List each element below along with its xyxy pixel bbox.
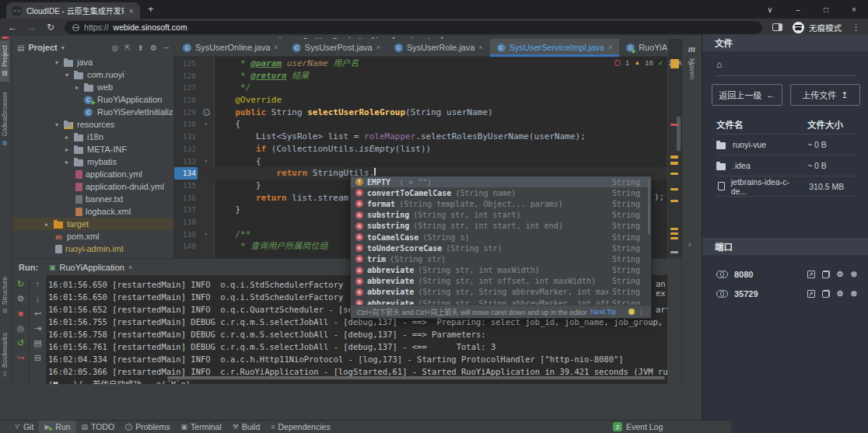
tree-arrow-icon[interactable]: ▾ <box>53 59 61 66</box>
statusbar-problems[interactable]: !Problems <box>120 421 175 433</box>
tool-stripe-project[interactable]: ▤Project <box>0 40 9 82</box>
statusbar-build[interactable]: ⚒Build <box>227 421 265 433</box>
thread-dump-icon[interactable]: ◎ <box>17 324 25 333</box>
tab-close-icon[interactable]: × <box>376 44 380 51</box>
override-gutter-icon[interactable]: ↑ <box>198 107 215 119</box>
tree-item-i18n[interactable]: ▸i18n <box>12 131 173 143</box>
tree-arrow-icon[interactable]: ▸ <box>43 221 51 228</box>
locate-icon[interactable]: ◎ <box>111 44 118 52</box>
forward-icon[interactable]: → <box>27 23 37 32</box>
popup-scrollbar[interactable] <box>648 179 650 235</box>
tree-item-com-ruoyi[interactable]: ▾com.ruoyi <box>12 68 173 81</box>
scroll-to-end-icon[interactable]: ⇥ <box>34 324 41 333</box>
clear-all-icon[interactable]: ⊟ <box>34 354 41 362</box>
tab-close-icon[interactable]: × <box>608 44 612 51</box>
project-dropdown-icon[interactable]: ▾ <box>61 44 65 51</box>
code-line[interactable]: 129↑ public String selectUserRoleGroup(S… <box>174 107 667 119</box>
browser-tab[interactable]: < > CloudIDE - 云原生集成开发环境 × <box>6 2 140 19</box>
site-info-icon[interactable] <box>72 24 79 31</box>
reload-icon[interactable]: ↻ <box>47 23 54 32</box>
open-external-icon[interactable]: ↗ <box>807 290 815 298</box>
code-line[interactable]: 127 */ <box>174 82 667 94</box>
expand-panel-icon[interactable]: › <box>688 239 691 249</box>
back-parent-button[interactable]: 返回上一级 ← <box>712 84 782 106</box>
copy-icon[interactable] <box>822 290 830 298</box>
tree-item-application-yml[interactable]: application.yml <box>12 168 173 180</box>
project-panel-title[interactable]: Project <box>28 43 57 52</box>
fold-icon[interactable]: ▾ <box>198 118 215 131</box>
completion-item[interactable]: mformat(String template, Object... param… <box>351 198 651 209</box>
statusbar-terminal[interactable]: ▣Terminal <box>176 421 227 433</box>
editor-tab-sysuserpost-java[interactable]: CSysUserPost.java× <box>285 39 387 56</box>
tab-close-icon[interactable]: × <box>129 6 134 16</box>
next-problem-icon[interactable]: ∨ <box>688 58 693 67</box>
rerun-icon[interactable]: ↻ <box>17 280 24 288</box>
run-settings-icon[interactable]: ⚙ <box>17 295 25 303</box>
tree-item-banner-txt[interactable]: banner.txt <box>12 193 173 205</box>
new-tab-button[interactable]: + <box>148 3 154 15</box>
completion-item[interactable]: mtoCamelCase(String s)String <box>351 232 651 243</box>
tab-close-icon[interactable]: × <box>275 44 278 51</box>
port-settings-icon[interactable]: ⚙ <box>837 271 844 278</box>
expand-all-icon[interactable]: ⇟ <box>138 44 144 52</box>
completion-item[interactable]: mtoUnderScoreCase(String str)String <box>351 243 651 253</box>
print-icon[interactable]: ▤ <box>33 339 41 347</box>
upload-file-button[interactable]: 上传文件 ↥ <box>790 84 861 106</box>
tool-stripe-structure[interactable]: ⊟Structure <box>0 272 9 318</box>
file-row[interactable]: .idea~ 0 B <box>716 155 857 176</box>
statusbar-todo[interactable]: ▤TODO <box>76 421 121 433</box>
console-horizontal-scrollbar[interactable] <box>167 376 665 379</box>
minimize-icon[interactable]: – <box>784 5 812 14</box>
collapse-all-icon[interactable]: ⇱ <box>124 44 131 52</box>
code-line[interactable]: 133▾ { <box>174 155 667 168</box>
tree-arrow-icon[interactable]: ▸ <box>63 146 71 153</box>
completion-item[interactable]: mabbreviate(String str, String abbrevMar… <box>351 287 651 298</box>
error-stripe[interactable] <box>667 39 681 258</box>
tree-item-meta-inf[interactable]: ▸META-INF <box>12 143 173 155</box>
tree-arrow-icon[interactable]: ▸ <box>63 134 71 141</box>
completion-item[interactable]: mabbreviate(String str, int maxWidth)Str… <box>351 265 651 276</box>
browser-menu-icon[interactable]: ⋮ <box>852 23 860 33</box>
close-icon[interactable]: × <box>840 5 868 14</box>
statusbar-dependencies[interactable]: ≡Dependencies <box>265 421 335 433</box>
statusbar-git[interactable]: ϒGit <box>9 421 39 433</box>
next-tip-link[interactable]: Next Tip <box>590 308 616 316</box>
tree-item-ruoyiapplication[interactable]: CRuoYiApplication <box>12 93 173 106</box>
tree-arrow-icon[interactable]: ▾ <box>63 72 71 79</box>
settings-icon[interactable]: ⚙ <box>150 44 157 52</box>
file-row[interactable]: ruoyi-vue~ 0 B <box>716 134 857 155</box>
code-line[interactable]: 125 * @param userName 用户名 <box>174 58 667 70</box>
open-external-icon[interactable]: ↗ <box>807 271 815 278</box>
tab-close-icon[interactable]: × <box>478 44 482 51</box>
completion-item[interactable]: mabbreviate(String str, int offset, int … <box>351 276 651 287</box>
tree-item-resources[interactable]: ▾resources <box>12 118 173 131</box>
scroll-up-icon[interactable]: ↑ <box>36 280 40 288</box>
maximize-icon[interactable]: □ <box>812 5 840 14</box>
tool-stripe-gideabrowser[interactable]: ◍GIdeaBrowser <box>0 87 9 152</box>
file-row[interactable]: jetbrains-idea-c-de...310.5 MB <box>716 176 857 197</box>
tool-stripe-bookmarks[interactable]: ▯Bookmarks <box>0 328 9 382</box>
soft-wrap-icon[interactable]: ↩ <box>34 309 41 318</box>
fold-icon[interactable]: ▾ <box>198 155 215 168</box>
home-icon[interactable]: ⌂ <box>716 59 722 70</box>
event-log-button[interactable]: 2 Event Log <box>613 422 663 431</box>
close-port-icon[interactable]: ⊗ <box>851 290 857 298</box>
port-settings-icon[interactable]: ⚙ <box>837 290 844 298</box>
tree-item-target[interactable]: ▸target <box>12 218 173 230</box>
code-line[interactable]: 131 List<SysRole> list = roleMapper.sele… <box>174 131 667 143</box>
editor-tab-sysuseronline-java[interactable]: CSysUserOnline.java× <box>176 39 285 56</box>
address-bar[interactable]: https:// webide.sinosoft.com <box>65 21 762 34</box>
tree-item-ruoyi-admin-iml[interactable]: ruoyi-admin.iml <box>12 243 173 255</box>
inspections-widget[interactable]: 1 ▲ 18 ✓ 2 ∧ ∨ <box>614 58 693 67</box>
tree-item-ruoyiservletinitialize[interactable]: CRuoYiServletInitialize <box>12 106 173 118</box>
back-icon[interactable]: ← <box>8 23 17 32</box>
editor-tab-sysuserserviceimpl-java[interactable]: CSysUserServiceImpl.java× <box>490 39 620 56</box>
completion-item[interactable]: fEMPTY ( = "")String <box>351 176 651 187</box>
code-line[interactable]: 128 @Override <box>174 94 667 107</box>
fold-icon[interactable]: ▾ <box>198 229 215 241</box>
tree-arrow-icon[interactable]: ▸ <box>63 159 71 166</box>
side-panel-icon[interactable] <box>772 23 782 31</box>
tree-item-pom-xml[interactable]: mpom.xml <box>12 230 173 243</box>
chevron-down-icon[interactable]: ∨ <box>756 5 784 14</box>
code-line[interactable]: 126 * @return 结果 <box>174 70 667 82</box>
